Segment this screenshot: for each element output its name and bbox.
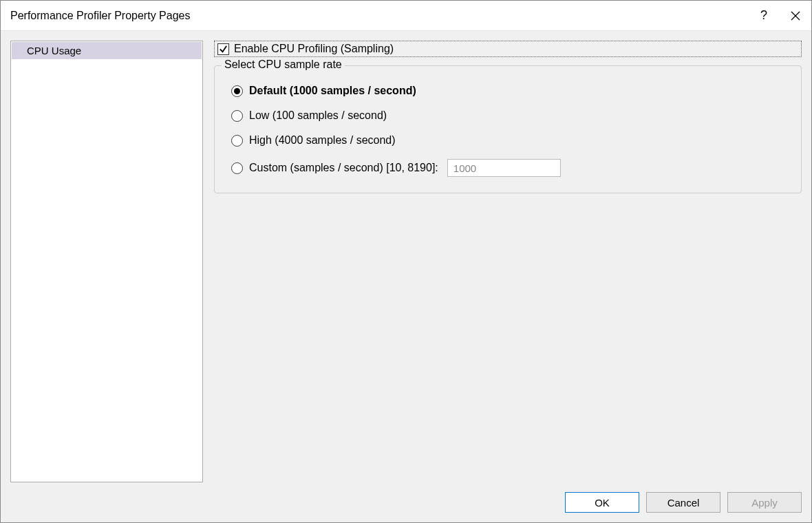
radio-default[interactable] <box>231 85 243 97</box>
radio-label-custom: Custom (samples / second) [10, 8190]: <box>249 162 438 174</box>
dialog-button-row: OK Cancel Apply <box>10 482 802 513</box>
radio-label-default: Default (1000 samples / second) <box>249 85 416 97</box>
content-panel: Enable CPU Profiling (Sampling) Select C… <box>214 41 802 482</box>
client-area: CPU Usage Enable CPU Profiling (Sampling… <box>1 31 811 522</box>
close-icon <box>791 11 800 21</box>
enable-cpu-profiling-checkbox[interactable] <box>217 43 229 55</box>
sidebar-item-cpu-usage[interactable]: CPU Usage <box>12 42 202 59</box>
apply-button[interactable]: Apply <box>727 492 802 513</box>
sample-rate-groupbox: Select CPU sample rate Default (1000 sam… <box>214 65 802 193</box>
sidebar-item-label: CPU Usage <box>27 45 81 56</box>
apply-button-label: Apply <box>751 497 778 509</box>
main-row: CPU Usage Enable CPU Profiling (Sampling… <box>10 41 802 482</box>
ok-button[interactable]: OK <box>565 492 639 513</box>
groupbox-legend: Select CPU sample rate <box>222 58 345 71</box>
close-button[interactable] <box>780 1 811 31</box>
dialog-window: Performance Profiler Property Pages ? CP… <box>0 0 812 523</box>
radio-low[interactable] <box>231 110 243 122</box>
ok-button-label: OK <box>595 497 610 509</box>
enable-cpu-profiling-label: Enable CPU Profiling (Sampling) <box>234 43 394 55</box>
category-sidebar: CPU Usage <box>10 41 203 482</box>
radio-row-low[interactable]: Low (100 samples / second) <box>227 103 789 128</box>
cancel-button[interactable]: Cancel <box>646 492 720 513</box>
radio-row-default[interactable]: Default (1000 samples / second) <box>227 78 789 103</box>
radio-label-high: High (4000 samples / second) <box>249 134 396 147</box>
checkmark-icon <box>219 45 228 54</box>
custom-sample-rate-input[interactable] <box>447 159 561 177</box>
cancel-button-label: Cancel <box>667 497 700 509</box>
help-button[interactable]: ? <box>748 1 780 31</box>
titlebar: Performance Profiler Property Pages ? <box>1 1 811 31</box>
enable-cpu-profiling-row[interactable]: Enable CPU Profiling (Sampling) <box>214 41 802 57</box>
radio-row-custom[interactable]: Custom (samples / second) [10, 8190]: <box>227 153 789 183</box>
radio-custom[interactable] <box>231 162 243 174</box>
radio-row-high[interactable]: High (4000 samples / second) <box>227 128 789 153</box>
radio-high[interactable] <box>231 135 243 147</box>
radio-label-low: Low (100 samples / second) <box>249 109 387 122</box>
window-title: Performance Profiler Property Pages <box>10 10 748 22</box>
